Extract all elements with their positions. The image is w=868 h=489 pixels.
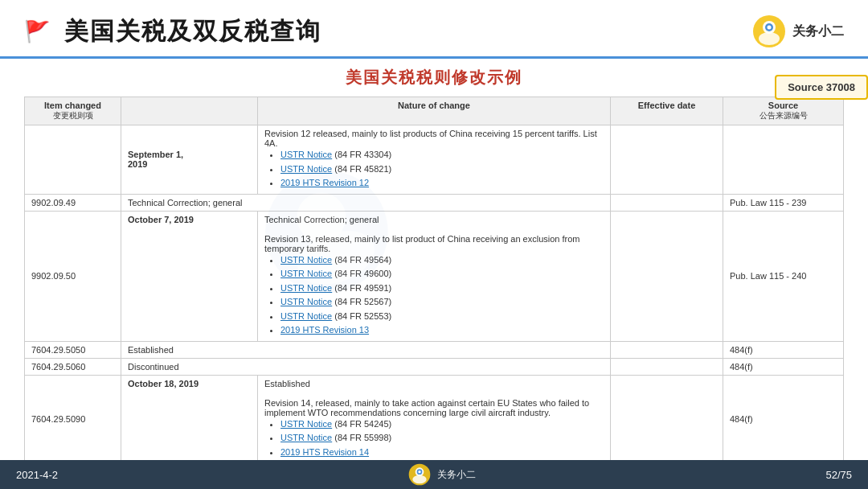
bottom-bar: 2021-4-2 关务小二 52/75 [0, 460, 868, 489]
cell-effective [611, 341, 723, 358]
ustr-link-6[interactable]: USTR Notice [280, 297, 332, 306]
cell-effective [611, 125, 723, 195]
hts-link-2[interactable]: 2019 HTS Revision 13 [280, 325, 369, 335]
cell-effective [611, 358, 723, 375]
main-content: 美国关税税则修改示例 Item changed变更税则项 Nature of c… [0, 59, 868, 460]
logo-area: 关务小二 [752, 14, 844, 48]
cell-source: 484(f) [723, 341, 844, 358]
cell-nature: Revision 12 released, mainly to list pro… [258, 125, 611, 195]
ustr-link-2[interactable]: USTR Notice [280, 164, 332, 174]
ustr-link-1[interactable]: USTR Notice [280, 150, 332, 159]
cell-date: September 1,2019 [121, 125, 258, 195]
ustr-link-7[interactable]: USTR Notice [280, 311, 332, 321]
cell-effective [611, 375, 723, 460]
slide: 🚩 美国关税及双反税查询 关务小二 美国关税税则修改示例 Item chang [0, 0, 868, 489]
svg-point-4 [768, 26, 772, 30]
col-nature-content-header: Nature of change [258, 97, 611, 125]
logo-text: 关务小二 [792, 23, 844, 40]
svg-point-10 [412, 475, 426, 484]
hts-link-3[interactable]: 2019 HTS Revision 14 [280, 447, 369, 457]
cell-nature: Established [121, 341, 611, 358]
ustr-link-5[interactable]: USTR Notice [280, 283, 332, 293]
ustr-link-8[interactable]: USTR Notice [280, 419, 332, 429]
table-row: 7604.29.5090 October 18, 2019 Establishe… [25, 375, 844, 460]
cell-item: 7604.29.5090 [25, 375, 121, 460]
cell-item: 9902.09.49 [25, 194, 121, 211]
cell-date: October 18, 2019 [121, 375, 258, 460]
col-nature-header [121, 97, 258, 125]
source-highlight-box: Source 37008 [775, 75, 868, 100]
svg-point-2 [759, 32, 780, 45]
logo-icon [752, 14, 786, 48]
cell-date: October 7, 2019 [121, 211, 258, 341]
cell-nature: Discontinued [121, 358, 611, 375]
bottom-logo-icon [408, 463, 431, 486]
ustr-link-3[interactable]: USTR Notice [280, 255, 332, 265]
cell-source: Pub. Law 115 - 240 [723, 211, 844, 341]
header: 🚩 美国关税及双反税查询 关务小二 [0, 0, 868, 59]
cell-effective [611, 194, 723, 211]
cell-source [723, 125, 844, 195]
cell-item [25, 125, 121, 195]
cell-item: 7604.29.5050 [25, 341, 121, 358]
table-row: 7604.29.5060 Discontinued 484(f) [25, 358, 844, 375]
cell-source: Pub. Law 115 - 239 [723, 194, 844, 211]
header-title-area: 🚩 美国关税及双反税查询 [24, 15, 321, 48]
hts-link-1[interactable]: 2019 HTS Revision 12 [280, 178, 369, 187]
cell-nature: Established Revision 14, released, mainl… [258, 375, 611, 460]
cell-item: 9902.09.50 [25, 211, 121, 341]
table-row: 9902.09.50 October 7, 2019 Technical Cor… [25, 211, 844, 341]
bottom-page: 52/75 [825, 469, 852, 481]
source-highlight-text: Source 37008 [788, 81, 855, 93]
bottom-logo-area: 关务小二 [408, 463, 476, 486]
data-table: Item changed变更税则项 Nature of change Effec… [24, 97, 844, 460]
cell-item: 7604.29.5060 [25, 358, 121, 375]
table-row: September 1,2019 Revision 12 released, m… [25, 125, 844, 195]
col-item-header: Item changed变更税则项 [25, 97, 121, 125]
page-title: 美国关税及双反税查询 [64, 15, 321, 48]
table-row: 9902.09.49 Technical Correction; general… [25, 194, 844, 211]
table-row: 7604.29.5050 Established 484(f) [25, 341, 844, 358]
cell-source: 484(f) [723, 358, 844, 375]
section-title: 美国关税税则修改示例 [24, 67, 844, 88]
svg-point-12 [418, 471, 420, 473]
col-source-header: Source公告来源编号 [723, 97, 844, 125]
bottom-logo-text: 关务小二 [437, 468, 476, 482]
flag-icon: 🚩 [24, 19, 50, 44]
cell-nature: Technical Correction; general Revision 1… [258, 211, 611, 341]
cell-nature: Technical Correction; general [121, 194, 611, 211]
bottom-date: 2021-4-2 [16, 469, 58, 481]
cell-source: 484(f) [723, 375, 844, 460]
col-effective-header: Effective date [611, 97, 723, 125]
cell-effective [611, 211, 723, 341]
ustr-link-4[interactable]: USTR Notice [280, 269, 332, 278]
ustr-link-9[interactable]: USTR Notice [280, 433, 332, 442]
